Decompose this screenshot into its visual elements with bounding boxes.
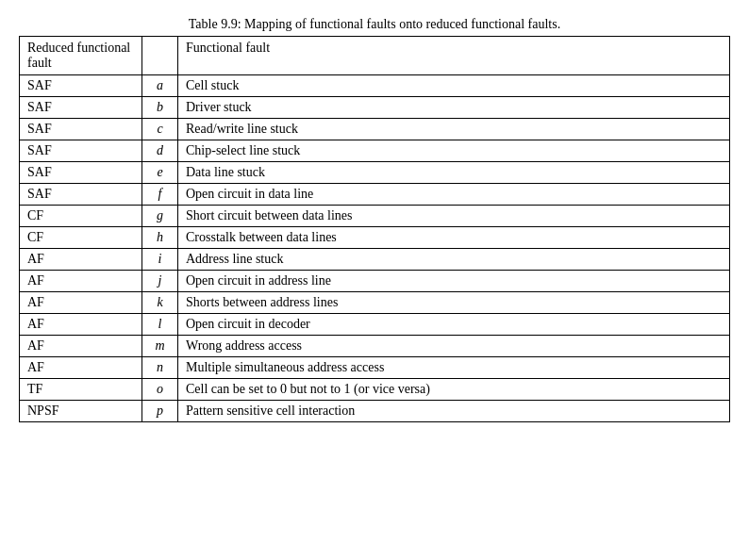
table-row: AFmWrong address access <box>20 336 730 357</box>
cell-fault: Pattern sensitive cell interaction <box>178 401 730 422</box>
table-row: AFjOpen circuit in address line <box>20 271 730 292</box>
cell-letter: e <box>142 162 178 184</box>
cell-letter: n <box>142 357 178 379</box>
cell-fault: Open circuit in decoder <box>178 314 730 336</box>
col-header-fault: Functional fault <box>178 37 730 75</box>
cell-fault: Address line stuck <box>178 249 730 271</box>
cell-fault: Cell can be set to 0 but not to 1 (or vi… <box>178 379 730 401</box>
cell-rff: AF <box>20 357 142 379</box>
cell-letter: b <box>142 97 178 119</box>
cell-rff: SAF <box>20 162 142 184</box>
cell-rff: SAF <box>20 140 142 162</box>
table-row: SAFdChip-select line stuck <box>20 140 730 162</box>
cell-fault: Chip-select line stuck <box>178 140 730 162</box>
cell-rff: SAF <box>20 97 142 119</box>
cell-letter: l <box>142 314 178 336</box>
cell-rff: TF <box>20 379 142 401</box>
cell-letter: c <box>142 119 178 140</box>
col-header-letter <box>142 37 178 75</box>
cell-rff: SAF <box>20 119 142 140</box>
cell-fault: Read/write line stuck <box>178 119 730 140</box>
cell-fault: Data line stuck <box>178 162 730 184</box>
cell-fault: Short circuit between data lines <box>178 206 730 227</box>
table-row: AFlOpen circuit in decoder <box>20 314 730 336</box>
cell-fault: Open circuit in address line <box>178 271 730 292</box>
cell-fault: Open circuit in data line <box>178 184 730 206</box>
cell-fault: Driver stuck <box>178 97 730 119</box>
cell-rff: CF <box>20 227 142 249</box>
cell-fault: Multiple simultaneous address access <box>178 357 730 379</box>
table-row: AFiAddress line stuck <box>20 249 730 271</box>
cell-letter: d <box>142 140 178 162</box>
cell-letter: f <box>142 184 178 206</box>
table-row: AFkShorts between address lines <box>20 292 730 314</box>
cell-fault: Shorts between address lines <box>178 292 730 314</box>
mapping-table: Reduced functional fault Functional faul… <box>19 36 730 422</box>
col-header-rff: Reduced functional fault <box>20 37 142 75</box>
cell-letter: p <box>142 401 178 422</box>
cell-rff: AF <box>20 271 142 292</box>
table-row: NPSFpPattern sensitive cell interaction <box>20 401 730 422</box>
table-row: SAFbDriver stuck <box>20 97 730 119</box>
cell-rff: SAF <box>20 75 142 97</box>
table-row: SAFfOpen circuit in data line <box>20 184 730 206</box>
cell-letter: o <box>142 379 178 401</box>
cell-rff: AF <box>20 336 142 357</box>
table-row: SAFeData line stuck <box>20 162 730 184</box>
table-row: CFgShort circuit between data lines <box>20 206 730 227</box>
table-row: TFoCell can be set to 0 but not to 1 (or… <box>20 379 730 401</box>
cell-letter: k <box>142 292 178 314</box>
table-row: SAFaCell stuck <box>20 75 730 97</box>
cell-fault: Wrong address access <box>178 336 730 357</box>
cell-rff: AF <box>20 314 142 336</box>
cell-letter: j <box>142 271 178 292</box>
table-row: CFhCrosstalk between data lines <box>20 227 730 249</box>
table-row: SAFcRead/write line stuck <box>20 119 730 140</box>
table-caption: Table 9.9: Mapping of functional faults … <box>19 17 730 32</box>
cell-letter: i <box>142 249 178 271</box>
table-row: AFnMultiple simultaneous address access <box>20 357 730 379</box>
cell-letter: m <box>142 336 178 357</box>
cell-fault: Crosstalk between data lines <box>178 227 730 249</box>
cell-rff: NPSF <box>20 401 142 422</box>
cell-letter: h <box>142 227 178 249</box>
cell-fault: Cell stuck <box>178 75 730 97</box>
cell-rff: AF <box>20 292 142 314</box>
cell-letter: g <box>142 206 178 227</box>
cell-rff: AF <box>20 249 142 271</box>
cell-rff: CF <box>20 206 142 227</box>
cell-rff: SAF <box>20 184 142 206</box>
cell-letter: a <box>142 75 178 97</box>
